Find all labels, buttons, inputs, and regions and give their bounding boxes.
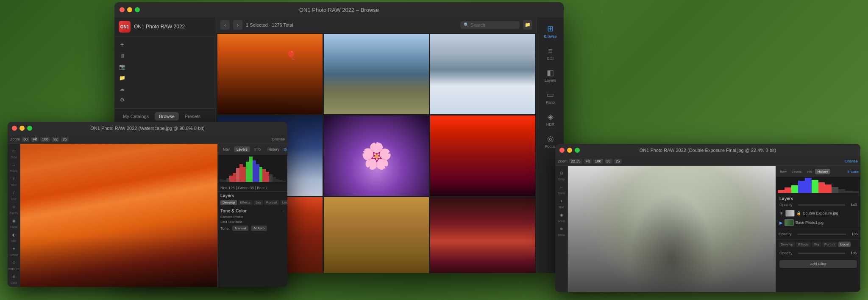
left-25-button[interactable]: 25 [61, 137, 69, 142]
folder-browse-button[interactable]: 📁 [523, 20, 532, 30]
rw-develop-tab[interactable]: Develop [779, 242, 795, 247]
right-zoom-value[interactable]: 22.35 [569, 159, 582, 164]
left-92-button[interactable]: 92 [52, 137, 59, 142]
panel-hdr-button[interactable]: ◈ HDR [540, 109, 561, 130]
nav-tab[interactable]: Nav [220, 146, 232, 152]
rw-local-tab[interactable]: Local [838, 242, 851, 247]
rw-sky-tab[interactable]: Sky [812, 242, 821, 247]
right-maximize-button[interactable] [575, 148, 580, 153]
manual-tone-button[interactable]: Manual [232, 226, 248, 231]
photo-cell-3[interactable] [430, 34, 535, 114]
settings-icon[interactable]: ⚙ [117, 95, 127, 105]
photo-cell-9[interactable] [430, 197, 535, 273]
right-sliders: Opacity 135 [776, 230, 860, 240]
search-icon: 🔍 [464, 22, 469, 27]
right-fit-button[interactable]: Fit [584, 159, 592, 164]
camera-icon[interactable]: 📷 [117, 62, 127, 72]
refine-tool[interactable]: ✦ [8, 244, 19, 253]
effects-tab[interactable]: Effects [238, 200, 252, 205]
left-fit-button[interactable]: Fit [31, 137, 39, 142]
left-minimize-button[interactable] [19, 126, 25, 131]
photo-cell-2[interactable] [324, 34, 429, 114]
line-label: Line [11, 198, 17, 201]
ai-auto-tone-button[interactable]: AI Auto [251, 226, 267, 231]
rw-local-tool[interactable]: ◉ [556, 210, 567, 220]
sidebar-tab-browse[interactable]: Browse [155, 112, 179, 121]
history-tab[interactable]: History [265, 146, 282, 152]
layer-eye-icon[interactable]: 👁 [779, 211, 784, 216]
rw-portrait-tab[interactable]: Portrait [822, 242, 837, 247]
develop-tab[interactable]: Develop [220, 200, 237, 205]
histogram-bars [220, 157, 286, 182]
rw-info-tab[interactable]: Info [804, 169, 814, 174]
add-icon[interactable]: + [117, 40, 127, 50]
nav-prev-button[interactable]: ‹ [220, 20, 230, 30]
line-tool[interactable]: / [8, 188, 19, 198]
close-button[interactable] [120, 7, 125, 12]
app-icon: ON1 [119, 21, 131, 33]
left-close-button[interactable] [12, 126, 17, 131]
nav-next-button[interactable]: › [233, 20, 242, 30]
transform-tool[interactable]: ↔ [8, 160, 19, 170]
faces-tool[interactable]: ☺ [8, 202, 19, 212]
right-browse-label[interactable]: Browse [845, 159, 858, 163]
photo-cell-1[interactable] [217, 34, 323, 114]
panel-browse-button[interactable]: ⊞ Browse [540, 21, 561, 42]
sidebar-tab-presets[interactable]: Presets [181, 112, 205, 121]
collapse-icon[interactable]: − [282, 209, 285, 213]
left-tools-panel: ⊡ Crop ↔ Trans T Text / Line ☺ Faces ◉ L… [8, 144, 20, 287]
right-close-button[interactable] [559, 148, 565, 153]
minimize-button[interactable] [127, 7, 132, 12]
panel-pano-button[interactable]: ▭ Pano [540, 87, 561, 108]
mix-tool[interactable]: ◐ [8, 230, 19, 239]
hdr-panel-icon: ◈ [548, 112, 554, 121]
rw-transform-tool[interactable]: ↔ [556, 182, 567, 192]
right-100-button[interactable]: 100 [593, 159, 603, 164]
view-tool[interactable]: ⊕ [8, 272, 19, 281]
levels-tab[interactable]: Levels [234, 146, 250, 152]
cloud-icon[interactable]: ☁ [117, 84, 127, 94]
local-tool[interactable]: ◉ [8, 216, 19, 226]
rw-text-tool[interactable]: T [556, 196, 567, 206]
opacity-row: Opacity 140 [779, 203, 857, 207]
search-input[interactable] [470, 22, 513, 28]
left-browse-label[interactable]: Browse [272, 137, 285, 141]
sky-tab[interactable]: Sky [253, 200, 263, 205]
layer-thumb-1 [785, 210, 795, 217]
panel-layers-button[interactable]: ◧ Layers [540, 65, 561, 86]
left-zoom-value[interactable]: 30 [22, 137, 29, 142]
retouch-tool[interactable]: ⊙ [8, 258, 19, 267]
rw-history-tab[interactable]: History [815, 169, 830, 174]
photo-cell-5[interactable]: 🌸 [324, 116, 429, 196]
folder-icon[interactable]: 📁 [117, 73, 127, 83]
photo-cell-8[interactable] [324, 197, 429, 273]
rw-raw-tab[interactable]: Raw [778, 169, 789, 174]
add-filter-button[interactable]: Add Filter [779, 260, 857, 268]
right-25-button[interactable]: 25 [614, 159, 622, 164]
rw-levels-tab[interactable]: Levels [790, 169, 804, 174]
right-minimize-button[interactable] [567, 148, 572, 153]
text-tool[interactable]: T [8, 174, 19, 184]
rw-browse-btn[interactable]: Browse [847, 170, 859, 173]
left-100-button[interactable]: 100 [40, 137, 50, 142]
portrait-tab[interactable]: Portrait [264, 200, 279, 205]
sidebar-tab-catalogs[interactable]: My Catalogs [119, 112, 153, 121]
layer-eye-icon-2[interactable]: ▶ [779, 220, 783, 225]
photo-cell-6[interactable] [430, 116, 535, 196]
rw-mask-tool[interactable]: ⊕ [556, 224, 567, 234]
layer-item-2[interactable]: ▶ Base Photo1.jpg [779, 218, 857, 227]
monitor-icon[interactable]: 🖥 [117, 51, 127, 61]
left-maximize-button[interactable] [27, 126, 32, 131]
info-tab[interactable]: Info [252, 146, 263, 152]
layer-item-1[interactable]: 👁 🔒 Double Exposure.jpg [779, 209, 857, 218]
panel-edit-button[interactable]: ≡ Edit [540, 43, 561, 64]
lw-browse-btn[interactable]: Browse [284, 147, 287, 151]
maximize-button[interactable] [135, 7, 140, 12]
local-tab[interactable]: Local [280, 200, 287, 205]
rw-crop-tool[interactable]: ⊡ [556, 168, 567, 178]
opacity-track-2[interactable] [797, 234, 846, 235]
crop-tool[interactable]: ⊡ [8, 146, 19, 156]
opacity-track[interactable] [798, 204, 845, 206]
rw-effects-tab[interactable]: Effects [796, 242, 810, 247]
right-30-button[interactable]: 30 [605, 159, 612, 164]
